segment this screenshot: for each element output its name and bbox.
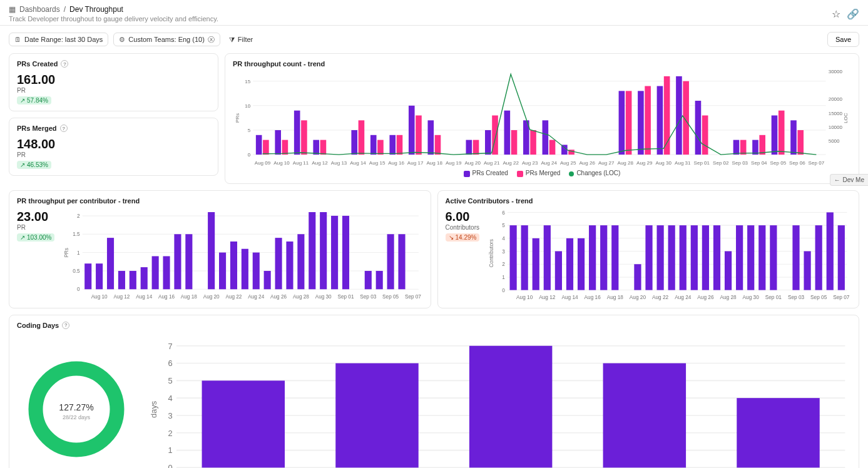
- svg-text:7: 7: [168, 341, 172, 350]
- star-icon[interactable]: ☆: [832, 8, 840, 20]
- svg-text:3: 3: [503, 248, 506, 254]
- arrow-left-icon: ←: [834, 176, 840, 183]
- svg-rect-163: [544, 225, 551, 290]
- svg-text:Sep 05: Sep 05: [810, 295, 827, 300]
- svg-rect-65: [638, 91, 644, 155]
- save-button[interactable]: Save: [827, 32, 859, 47]
- svg-text:Sep 01: Sep 01: [338, 293, 354, 299]
- svg-text:Sep 05: Sep 05: [383, 293, 399, 299]
- date-range-chip[interactable]: 🗓 Date Range: last 30 Days: [9, 33, 108, 46]
- card-throughput-trend: PR throughput count - trend 051015500010…: [225, 53, 859, 184]
- svg-rect-186: [827, 212, 834, 290]
- svg-text:20000: 20000: [829, 96, 843, 102]
- svg-text:Aug 09: Aug 09: [255, 160, 271, 166]
- svg-rect-16: [275, 130, 281, 155]
- svg-rect-113: [208, 212, 215, 289]
- svg-text:Aug 19: Aug 19: [446, 160, 462, 166]
- svg-text:1: 1: [168, 445, 172, 455]
- breadcrumb-root[interactable]: Dashboards: [19, 5, 60, 14]
- svg-rect-226: [603, 363, 686, 467]
- team-chip[interactable]: ⚙ Custom Teams: Eng (10) ⓧ: [113, 33, 220, 46]
- svg-text:15: 15: [245, 79, 250, 84]
- svg-rect-168: [601, 225, 608, 290]
- svg-rect-13: [256, 135, 262, 155]
- svg-text:10000: 10000: [829, 125, 843, 130]
- svg-text:Sep 03: Sep 03: [732, 160, 748, 166]
- calendar-icon: 🗓: [14, 36, 21, 43]
- svg-text:Aug 22: Aug 22: [503, 160, 519, 166]
- svg-text:LOC: LOC: [843, 113, 849, 123]
- svg-rect-109: [152, 256, 159, 289]
- svg-text:6: 6: [503, 210, 506, 215]
- svg-text:4: 4: [503, 236, 506, 242]
- svg-text:5000: 5000: [829, 138, 840, 144]
- svg-text:Sep 07: Sep 07: [405, 293, 421, 299]
- svg-rect-177: [713, 225, 720, 290]
- svg-rect-118: [264, 271, 271, 289]
- svg-text:Aug 29: Aug 29: [636, 160, 653, 166]
- svg-rect-36: [416, 115, 422, 155]
- card-title-tpc: PR throughput per contributor - trend: [17, 197, 140, 205]
- svg-rect-26: [351, 130, 357, 155]
- svg-text:0: 0: [503, 287, 506, 293]
- svg-rect-180: [748, 225, 755, 290]
- svg-text:Aug 14: Aug 14: [350, 160, 366, 166]
- svg-text:Aug 15: Aug 15: [369, 160, 385, 166]
- card-title-throughput: PR throughput count - trend: [233, 60, 325, 68]
- svg-text:Aug 28: Aug 28: [618, 160, 634, 166]
- svg-text:6: 6: [168, 359, 172, 368]
- svg-rect-183: [793, 225, 800, 290]
- chart-coding-days-donut: 127.27%28/22 days: [17, 356, 136, 462]
- svg-text:Aug 30: Aug 30: [743, 295, 760, 300]
- svg-rect-173: [668, 225, 675, 290]
- svg-text:0: 0: [78, 287, 81, 292]
- team-chip-label: Custom Teams: Eng (10): [128, 36, 204, 43]
- svg-text:Sep 06: Sep 06: [789, 160, 805, 166]
- chart-active-contributors: 0123456Aug 10Aug 12Aug 14Aug 16Aug 18Aug…: [488, 205, 851, 302]
- svg-text:Aug 16: Aug 16: [388, 160, 404, 166]
- team-icon: ⚙: [119, 36, 125, 43]
- svg-text:Aug 12: Aug 12: [114, 293, 130, 299]
- page-subtitle: Track Developer throughout to gauge deli…: [9, 15, 218, 23]
- help-icon[interactable]: ?: [61, 60, 68, 68]
- svg-text:Aug 10: Aug 10: [273, 160, 290, 166]
- card-title-prs-merged: PRs Merged: [17, 125, 57, 132]
- kpi-prs-created-delta: ↗ 57.84%: [17, 96, 51, 104]
- svg-text:Aug 24: Aug 24: [675, 295, 692, 300]
- svg-rect-129: [399, 234, 406, 289]
- svg-rect-128: [387, 234, 394, 289]
- svg-text:1: 1: [78, 250, 81, 255]
- svg-text:Aug 22: Aug 22: [652, 295, 669, 300]
- svg-rect-123: [320, 212, 327, 289]
- svg-text:Aug 10: Aug 10: [91, 293, 108, 299]
- kpi-prs-created-unit: PR: [17, 87, 210, 94]
- svg-rect-121: [298, 234, 305, 289]
- side-drawer-tab[interactable]: ← Dev Me: [830, 174, 868, 186]
- svg-rect-227: [737, 398, 819, 467]
- svg-text:0: 0: [248, 152, 251, 158]
- svg-text:Aug 16: Aug 16: [159, 293, 175, 299]
- filter-button[interactable]: ⧩ Filter: [225, 33, 257, 46]
- help-icon[interactable]: ?: [62, 322, 69, 329]
- svg-rect-115: [230, 242, 237, 289]
- svg-rect-62: [619, 91, 625, 155]
- svg-text:Sep 01: Sep 01: [765, 295, 782, 300]
- svg-text:28/22 days: 28/22 days: [63, 414, 91, 420]
- help-icon[interactable]: ?: [60, 125, 68, 132]
- svg-text:Aug 12: Aug 12: [312, 160, 328, 166]
- card-throughput-per-contrib: PR throughput per contributor - trend 23…: [9, 190, 431, 308]
- card-prs-created: PRs Created ? 161.00 PR ↗ 57.84%: [9, 53, 218, 111]
- svg-rect-170: [635, 264, 641, 290]
- svg-rect-224: [335, 363, 418, 467]
- close-icon[interactable]: ⓧ: [208, 36, 215, 43]
- svg-text:5: 5: [503, 223, 506, 228]
- svg-rect-112: [186, 234, 193, 289]
- breadcrumb-sep: /: [64, 5, 66, 14]
- link-icon[interactable]: 🔗: [847, 8, 859, 20]
- card-prs-merged: PRs Merged ? 148.00 PR ↗ 46.53%: [9, 118, 218, 176]
- svg-text:Sep 07: Sep 07: [834, 295, 850, 300]
- svg-text:3: 3: [168, 411, 172, 420]
- svg-text:Sep 02: Sep 02: [713, 160, 729, 166]
- svg-text:Aug 18: Aug 18: [181, 293, 197, 299]
- svg-rect-171: [646, 225, 653, 290]
